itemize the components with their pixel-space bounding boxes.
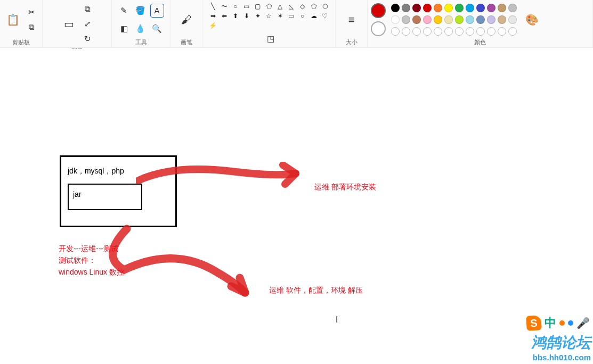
shape-lightning[interactable]: ⚡ [208,21,218,30]
cut-button[interactable]: ✂ [25,5,39,19]
edit-colors-button[interactable]: 🎨 [522,10,541,29]
shape-pentagon[interactable]: ⬠ [309,2,319,11]
paint-canvas[interactable]: jdk，mysql，php jar 开发---运维---测试 测试软件： win… [0,49,593,364]
group-tools: ✎ 🪣 A ◧ 💧 🔍 工具 [112,0,170,47]
shapes-gallery[interactable]: ╲ 〜 ○ ▭ ▢ ⬠ △ ◺ ◇ ⬠ ⬡ ➡ ⬅ ⬆ ⬇ ✦ ☆ ✶ ▭ ○ [208,2,330,30]
shape-polygon[interactable]: ⬠ [264,2,274,11]
color-swatch[interactable] [444,15,453,24]
color-swatch[interactable] [402,15,410,24]
sogou-badge[interactable]: S [526,315,542,331]
color-swatch[interactable] [508,4,517,12]
paste-button[interactable]: 📋 [4,10,23,29]
text-tool[interactable]: A [150,4,164,18]
color-swatch[interactable] [391,15,400,24]
watermark: 鸿鹄论坛 bbs.hh010.com [531,333,591,362]
shape-arrow-u[interactable]: ⬆ [231,12,240,20]
color-swatch[interactable] [466,4,474,12]
canvas-text-ann1: 开发---运维---测试 测试软件： windows Linux 数控 [59,243,124,278]
size-button[interactable]: ≡ [342,10,361,29]
color-swatch[interactable] [423,4,432,12]
picker-tool[interactable]: 💧 [134,22,148,36]
shape-callout2[interactable]: ○ [298,12,307,20]
color-swatch-empty[interactable] [455,27,464,36]
color-swatch-empty[interactable] [412,27,421,36]
group-brush: 🖌 画笔 [170,0,202,47]
eraser-tool[interactable]: ◧ [117,22,131,36]
shape-oval[interactable]: ○ [231,2,240,11]
color-swatch[interactable] [434,4,442,12]
color-swatch-empty[interactable] [476,27,485,36]
select-tool[interactable]: ▭ [60,14,79,34]
zoom-tool[interactable]: 🔍 [150,22,164,36]
shape-triangle[interactable]: △ [275,2,285,11]
shape-diamond[interactable]: ◇ [298,2,307,11]
group-label: 画笔 [181,37,192,46]
color-swatch-empty[interactable] [444,27,453,36]
brush-button[interactable]: 🖌 [177,10,196,29]
color-swatch[interactable] [466,15,474,24]
color-swatch[interactable] [434,15,442,24]
group-label: 工具 [135,37,147,46]
color-secondary[interactable] [371,21,386,36]
shape-rect[interactable]: ▭ [242,2,251,11]
watermark-line2: bbs.hh010.com [531,353,591,362]
text-caret-icon: I [336,315,336,325]
color-swatch[interactable] [487,4,495,12]
color-swatch-empty[interactable] [434,27,442,36]
shape-star4[interactable]: ✦ [253,12,263,20]
color-swatch[interactable] [498,4,506,12]
color-swatch[interactable] [444,4,453,12]
pencil-tool[interactable]: ✎ [117,4,131,18]
shape-cloud[interactable]: ☁ [309,12,319,20]
ime-bar: S 中 🎤 [526,315,590,331]
crop-button[interactable]: ⧉ [81,2,95,16]
color-primary[interactable] [371,3,386,18]
fill-tool[interactable]: 🪣 [134,4,148,18]
color-swatch-empty[interactable] [487,27,495,36]
color-swatch[interactable] [455,4,464,12]
color-swatch[interactable] [498,15,506,24]
color-swatch[interactable] [508,15,517,24]
color-swatch-empty[interactable] [423,27,432,36]
shape-star5[interactable]: ☆ [264,12,274,20]
color-swatch[interactable] [423,15,432,24]
mic-icon[interactable]: 🎤 [576,317,590,329]
shape-arrow-d[interactable]: ⬇ [242,12,251,20]
color-swatch-empty[interactable] [402,27,410,36]
shape-star6[interactable]: ✶ [275,12,285,20]
shape-callout1[interactable]: ▭ [287,12,296,20]
resize-button[interactable]: ⤢ [81,17,95,31]
color-swatch[interactable] [391,4,400,12]
shape-hexagon[interactable]: ⬡ [320,2,330,11]
color-swatch-empty[interactable] [498,27,506,36]
color-swatch[interactable] [476,4,485,12]
copy-button[interactable]: ⧉ [25,20,39,34]
color-swatch[interactable] [476,15,485,24]
shape-curve[interactable]: 〜 [220,2,229,11]
color-swatch[interactable] [412,15,421,24]
ime-dot-icon [568,320,573,326]
color-swatch-empty[interactable] [466,27,474,36]
shape-outline-button[interactable]: ◳ [264,32,278,46]
ime-lang-indicator[interactable]: 中 [545,315,556,331]
shape-rtri[interactable]: ◺ [287,2,296,11]
color-swatch[interactable] [402,4,410,12]
group-size: ≡ 大小 [336,0,368,47]
shape-arrow-l[interactable]: ⬅ [220,12,229,20]
canvas-text-ann2: 运维 部署环境安装 [314,181,376,193]
shape-arrow-r[interactable]: ➡ [208,12,218,20]
shape-line[interactable]: ╲ [208,2,218,11]
color-swatch-empty[interactable] [508,27,517,36]
color-swatch[interactable] [487,15,495,24]
drawn-rectangle-inner: jar [68,184,142,210]
shape-roundrect[interactable]: ▢ [253,2,263,11]
ribbon-toolbar: 📋 ✂ ⧉ 剪贴板 ▭ ⧉ ⤢ ↻ 图像 ✎ 🪣 A ◧ 💧 🔍 [0,0,593,48]
canvas-text-jdk: jdk，mysql，php [68,167,124,176]
color-swatch[interactable] [455,15,464,24]
group-colors: 🎨 颜色 [368,0,593,47]
palette-row-2 [391,15,517,24]
color-swatch[interactable] [412,4,421,12]
shape-heart[interactable]: ♡ [320,12,330,20]
rotate-button[interactable]: ↻ [81,32,95,46]
color-swatch-empty[interactable] [391,27,400,36]
